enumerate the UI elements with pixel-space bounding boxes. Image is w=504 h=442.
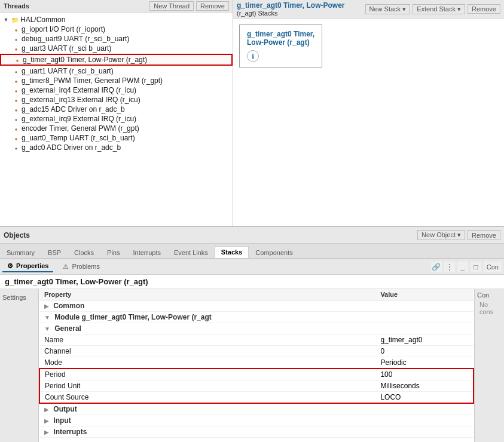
tree-item-label: g_external_irq4 External IRQ (r_icu) [22,86,136,94]
tab-pins[interactable]: Pins [100,247,126,258]
tab-components[interactable]: Components [249,247,299,258]
tree-item[interactable]: ⬥ g_adc0 ADC Driver on r_adc_b [0,143,233,152]
objects-label: Objects [4,231,30,240]
new-thread-button[interactable]: New Thread [149,1,194,11]
stacks-header-left: g_timer_agt0 Timer, Low-Power (r_agt) St… [237,1,345,17]
tree-item[interactable]: ⬥ g_adc15 ADC Driver on r_adc_b [0,105,233,114]
expand-icon[interactable]: ▶ [44,406,49,413]
tree-root-item[interactable]: ▼ 📁 HAL/Common [0,15,233,24]
table-row[interactable]: Channel 0 [39,346,474,357]
new-stack-button[interactable]: New Stack ▾ [365,4,411,14]
tree-item[interactable]: ⬥ g_external_irq13 External IRQ (r_icu) [0,95,233,105]
timer-tree-item[interactable]: ⬥ g_timer_agt0 Timer, Low-Power (r_agt) [0,54,233,66]
tree-item-label: encoder Timer, General PWM (r_gpt) [22,124,139,133]
prop-label: Mode [39,357,375,369]
tree-item[interactable]: ⬥ g_external_irq9 External IRQ (r_icu) [0,114,233,124]
tree-root-label: HAL/Common [20,16,65,24]
menu-icon-btn[interactable]: ⋮ [444,262,455,272]
tree-item[interactable]: ⬥ g_uart1 UART (r_sci_b_uart) [0,66,233,76]
component-icon: ⬥ [12,134,20,142]
prop-value-cell: Milliseconds [375,380,474,392]
problems-tab[interactable]: ⚠ Problems [58,262,105,272]
stack-block[interactable]: g_timer_agt0 Timer, Low-Power (r_agt) ℹ [239,24,322,67]
con-label: Con [477,291,502,299]
table-row[interactable]: Name g_timer_agt0 [39,334,474,346]
main-container: Threads New Thread Remove ▼ 📁 HAL/Common… [0,0,504,442]
stacks-header-actions: New Stack ▾ Extend Stack ▾ Remove [365,4,500,14]
extend-stack-button[interactable]: Extend Stack ▾ [413,4,465,14]
tree-item-label: g_uart0_Temp UART (r_sci_b_uart) [22,134,135,142]
tab-summary[interactable]: Summary [0,247,41,258]
prop-label: Period Unit [39,380,375,392]
problems-icon: ⚠ [63,263,69,270]
right-panel: Con No cons [474,289,504,442]
table-row[interactable]: ▶ Interrupts [39,426,474,438]
tree-item[interactable]: ⬥ g_uart0_Temp UART (r_sci_b_uart) [0,133,233,143]
con-label-btn[interactable]: Con [484,262,502,272]
prop-value-cell [375,312,474,323]
component-icon: ⬥ [12,67,20,75]
maximize-icon-btn[interactable]: □ [471,262,481,272]
table-row[interactable]: ▼ Module g_timer_agt0 Timer, Low-Power (… [39,312,474,323]
tree-item[interactable]: ⬥ debug_uart9 UART (r_sci_b_uart) [0,34,233,44]
prop-label: ▶ Interrupts [39,426,375,438]
tree-item[interactable]: ⬥ encoder Timer, General PWM (r_gpt) [0,124,233,133]
tree-item-label: g_external_irq13 External IRQ (r_icu) [22,96,140,104]
minimize-icon-btn[interactable]: _ [457,262,468,272]
info-icon[interactable]: ℹ [247,50,259,62]
remove-stack-button[interactable]: Remove [468,4,500,14]
tab-event-links[interactable]: Event Links [167,247,215,258]
stacks-panel: g_timer_agt0 Timer, Low-Power (r_agt) St… [233,0,504,226]
properties-table: Property Value ▶ Common [39,289,474,438]
remove-object-button[interactable]: Remove [468,230,500,240]
component-icon: ⬥ [12,86,20,94]
link-icon-btn[interactable]: 🔗 [431,262,442,272]
remove-thread-button[interactable]: Remove [196,1,229,11]
tree-item[interactable]: ⬥ g_uart3 UART (r_sci b_uart) [0,44,233,53]
component-icon: ⬥ [12,35,20,43]
count-source-row[interactable]: Count Source LOCO [39,392,474,404]
tree-item[interactable]: ⬥ g_ioport I/O Port (r_ioport) [0,24,233,34]
tree-item[interactable]: ⬥ g_timer8_PWM Timer, General PWM (r_gpt… [0,76,233,85]
threads-panel: Threads New Thread Remove ▼ 📁 HAL/Common… [0,0,233,226]
component-icon: ⬥ [12,76,20,85]
tab-stacks[interactable]: Stacks [215,246,249,258]
tree-item-label: g_ioport I/O Port (r_ioport) [22,25,105,33]
table-row[interactable]: ▼ General [39,323,474,334]
expand-icon[interactable]: ▼ [44,314,50,321]
stacks-header-title: g_timer_agt0 Timer, Low-Power [237,1,345,10]
threads-header-actions: New Thread Remove [149,1,229,11]
page-title: g_timer_agt0 Timer, Low-Power (r_agt) [0,275,504,289]
expand-icon[interactable]: ▶ [44,418,49,424]
tree-item[interactable]: ⬥ g_external_irq4 External IRQ (r_icu) [0,85,233,95]
tab-clocks[interactable]: Clocks [68,247,100,258]
component-icon: ⬥ [12,96,20,104]
period-unit-row[interactable]: Period Unit Milliseconds [39,380,474,392]
tree-item-label: g_adc0 ADC Driver on r_adc_b [22,143,121,152]
table-row[interactable]: Mode Periodic [39,357,474,369]
tree-container: ▼ 📁 HAL/Common ⬥ g_ioport I/O Port (r_io… [0,13,233,226]
prop-value-cell: 100 [375,369,474,380]
tab-bsp[interactable]: BSP [41,247,68,258]
prop-label: Count Source [39,392,375,404]
prop-value-cell: Periodic [375,357,474,369]
expand-icon[interactable]: ▼ [44,326,50,332]
no-constraints-label: No cons [477,299,502,318]
tab-interrupts[interactable]: Interrupts [127,247,167,258]
prop-label: ▼ Module g_timer_agt0 Timer, Low-Power (… [39,312,375,323]
period-row[interactable]: Period 100 [39,369,474,380]
table-row[interactable]: ▶ Common [39,300,474,312]
properties-tab[interactable]: ⚙ Properties [2,261,53,272]
prop-label: ▶ Output [39,403,375,415]
prop-actions: 🔗 ⋮ _ □ Con [431,262,502,272]
table-row[interactable]: ▶ Output [39,403,474,415]
table-row[interactable]: ▶ Input [39,415,474,426]
timer-tree-item-label: g_timer_agt0 Timer, Low-Power (r_agt) [23,56,147,64]
expand-icon[interactable]: ▶ [44,303,49,309]
tab-bar: Summary BSP Clocks Pins Interrupts Event… [0,244,504,259]
new-object-button[interactable]: New Object ▾ [417,230,465,240]
prop-value-cell: LOCO [375,392,474,404]
expand-icon[interactable]: ▶ [44,429,49,435]
tree-item-label: g_adc15 ADC Driver on r_adc_b [22,105,125,113]
tree-item-label: debug_uart9 UART (r_sci_b_uart) [22,35,129,43]
